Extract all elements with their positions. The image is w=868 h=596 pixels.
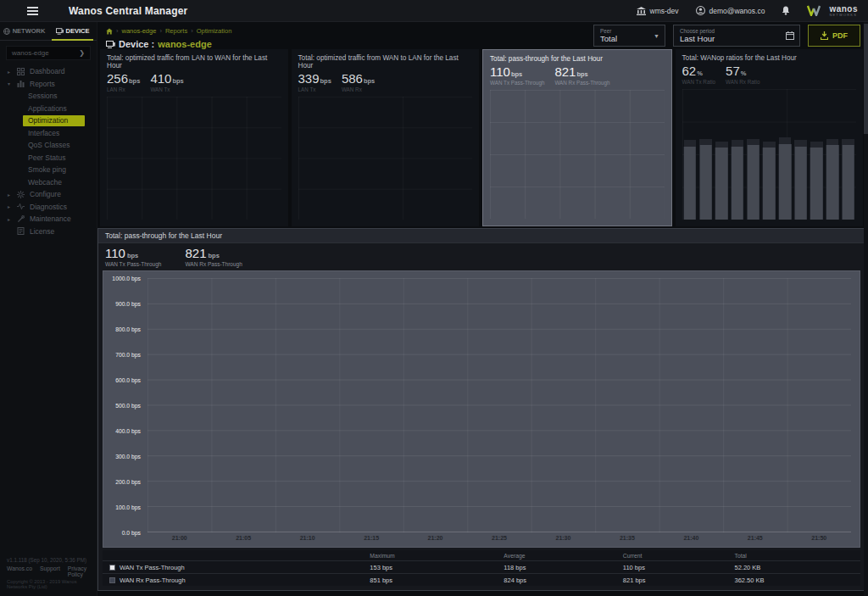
bar-group[interactable]: [787, 278, 851, 532]
bar-group[interactable]: [531, 278, 595, 532]
chevron-right-icon[interactable]: ❯: [79, 49, 85, 57]
device-search-input[interactable]: wanos-edge ❯: [6, 46, 91, 60]
brand-logo[interactable]: wanos networks: [807, 5, 858, 17]
copyright-label: Copyright © 2013 - 2019 Wanos Networks P…: [7, 579, 90, 589]
expand-arrow-icon[interactable]: ▸: [6, 203, 12, 209]
sidebar-item-peer-status[interactable]: Peer Status: [0, 152, 97, 164]
bar-group[interactable]: [403, 278, 467, 532]
breadcrumb-device[interactable]: wanos-edge: [122, 27, 157, 35]
bar-front: [842, 145, 854, 220]
tab-device[interactable]: DEVICE: [48, 22, 97, 40]
bar-group: [601, 90, 617, 219]
legend-value-cell: 110 bps: [623, 564, 735, 571]
y-axis-tick-label: 900.0 bps: [115, 301, 141, 307]
y-axis-tick-label: 500.0 bps: [115, 403, 141, 409]
sidebar-item-interfaces[interactable]: Interfaces: [0, 127, 97, 140]
collapse-arrow-icon[interactable]: ▾: [6, 81, 12, 86]
legend-value-cell: 153 bps: [370, 564, 504, 571]
footer-link-wanos-co[interactable]: Wanos.co: [7, 565, 32, 577]
bar-group: [730, 89, 746, 220]
bar-group: [714, 89, 730, 220]
breadcrumb-reports[interactable]: Reports: [165, 27, 187, 35]
card-stat: 586bpsWAN Rx: [342, 71, 375, 92]
sidebar-item-optimization[interactable]: Optimization: [23, 115, 85, 126]
bar-group: [506, 90, 522, 219]
summary-card-1[interactable]: Total: optimized traffic from WAN to LAN…: [292, 49, 480, 226]
card-stat: 410bpsWAN Tx: [150, 71, 183, 92]
app-title: Wanos Central Manager: [69, 5, 187, 17]
bar-group[interactable]: [723, 278, 787, 532]
sidebar-item-webcache[interactable]: Webcache: [0, 176, 97, 189]
card-stats: 256bpsLAN Rx410bpsWAN Tx: [107, 71, 281, 92]
bar-group: [617, 90, 633, 219]
footer-link-privacy-policy[interactable]: Privacy Policy: [68, 565, 90, 577]
sidebar-item-maintenance[interactable]: ▸Maintenance: [0, 213, 97, 226]
card-stat: 62%WAN Tx Ratio: [682, 64, 716, 85]
bar-front: [699, 145, 712, 220]
bar-group: [425, 97, 441, 220]
configure-icon: [16, 191, 25, 198]
card-stat: 110bpsWAN Tx Pass-Through: [490, 64, 544, 86]
card-stat-label: WAN Tx Ratio: [682, 79, 716, 85]
bar-group: [154, 97, 170, 220]
sidebar-item-reports[interactable]: ▾Reports: [0, 78, 97, 91]
bar-group[interactable]: [595, 278, 659, 532]
bar-group: [554, 90, 570, 219]
notifications-button[interactable]: [782, 6, 790, 15]
y-axis-tick-label: 100.0 bps: [115, 504, 141, 510]
bar-group: [840, 89, 856, 220]
summary-card-3[interactable]: Total: WANop ratios for the Last Hour62%…: [676, 49, 864, 226]
legend-value-cell: 821 bps: [623, 577, 735, 584]
tab-network[interactable]: NETWORK: [0, 22, 48, 40]
device-name: wanos-edge: [158, 39, 212, 49]
card-stat-label: WAN Rx: [342, 86, 375, 92]
page-title: Device : wanos-edge: [106, 39, 212, 49]
footer-link-support[interactable]: Support: [40, 565, 60, 577]
organization-icon: [637, 7, 646, 15]
bar-group[interactable]: [147, 278, 211, 532]
pdf-export-button[interactable]: PDF: [808, 25, 860, 47]
bar-group[interactable]: [339, 278, 403, 532]
breadcrumb-optimization[interactable]: Optimization: [197, 27, 232, 35]
bar-group[interactable]: [467, 278, 531, 532]
legend-swatch[interactable]: [109, 577, 115, 583]
brand-name: wanos: [829, 5, 858, 14]
hamburger-menu-icon[interactable]: [27, 7, 38, 15]
legend-table: MaximumAverageCurrentTotalWAN Tx Pass-Th…: [103, 550, 860, 586]
sidebar-item-applications[interactable]: Applications: [0, 103, 97, 115]
chart-plot-area: [147, 278, 851, 532]
y-axis-tick-label: 400.0 bps: [115, 428, 141, 434]
peer-select[interactable]: Peer Total ▼: [593, 25, 665, 47]
bar-group: [249, 97, 265, 220]
sidebar-item-qos-classes[interactable]: QoS Classes: [0, 139, 97, 152]
sidebar-item-label: License: [30, 227, 54, 236]
sidebar-item-dashboard[interactable]: ▸Dashboard: [0, 65, 97, 78]
sidebar-item-diagnostics[interactable]: ▸Diagnostics: [0, 201, 97, 214]
summary-card-2[interactable]: Total: pass-through for the Last Hour110…: [482, 49, 672, 226]
expand-arrow-icon[interactable]: ▸: [6, 216, 12, 222]
bar-group: [682, 89, 698, 220]
period-select[interactable]: Choose period Last Hour: [673, 25, 800, 47]
sidebar-item-configure[interactable]: ▸Configure: [0, 188, 97, 201]
legend-row-wan-rx-pass-through[interactable]: WAN Rx Pass-Through851 bps824 bps821 bps…: [103, 573, 860, 586]
sidebar-item-smoke-ping[interactable]: Smoke ping: [0, 164, 97, 176]
tenant-selector[interactable]: wms-dev: [637, 7, 679, 15]
bar-group[interactable]: [211, 278, 275, 532]
x-axis-tick-label: 21:35: [595, 532, 659, 545]
home-icon[interactable]: [106, 28, 113, 35]
scrollbar-thumb[interactable]: [864, 24, 868, 134]
bar-group: [265, 97, 281, 220]
sidebar-item-sessions[interactable]: Sessions: [0, 90, 97, 103]
summary-card-0[interactable]: Total: optimized traffic from LAN to WAN…: [100, 49, 288, 226]
expand-arrow-icon[interactable]: ▸: [6, 192, 12, 198]
user-menu[interactable]: demo@wanos.co: [696, 6, 765, 15]
bar-group[interactable]: [659, 278, 723, 532]
legend-swatch[interactable]: [109, 565, 115, 571]
expand-arrow-icon[interactable]: ▸: [6, 69, 12, 75]
legend-row-wan-tx-pass-through[interactable]: WAN Tx Pass-Through153 bps118 bps110 bps…: [103, 560, 860, 573]
sidebar-item-license[interactable]: License: [0, 226, 97, 238]
detail-chart-stats: 110bps WAN Tx Pass-Through 821bps WAN Rx…: [98, 243, 865, 270]
bar-group[interactable]: [275, 278, 339, 532]
card-stats: 62%WAN Tx Ratio57%WAN Rx Ratio: [682, 64, 857, 85]
mini-chart: [490, 90, 665, 219]
